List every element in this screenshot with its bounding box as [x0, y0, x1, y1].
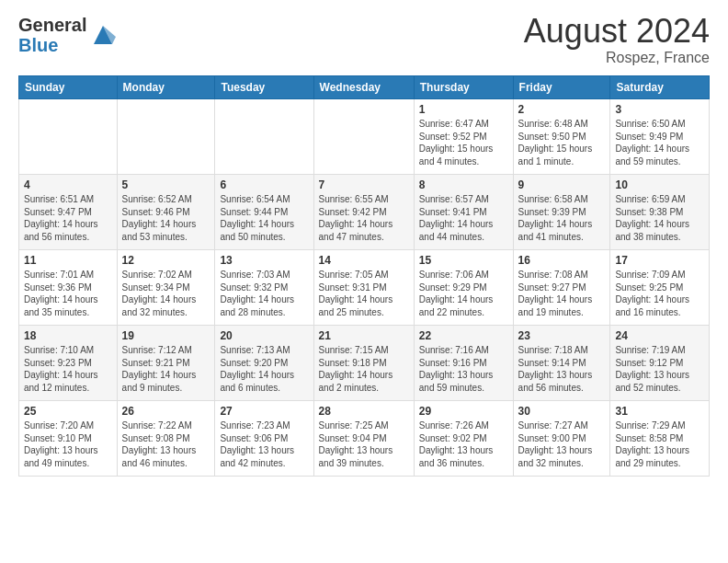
day-number: 13 — [220, 254, 308, 267]
day-number: 23 — [518, 329, 606, 342]
calendar-cell: 29Sunrise: 7:26 AM Sunset: 9:02 PM Dayli… — [414, 401, 513, 477]
day-info: Sunrise: 7:23 AM Sunset: 9:06 PM Dayligh… — [220, 419, 308, 469]
calendar-day-header: Monday — [117, 76, 215, 99]
day-info: Sunrise: 6:58 AM Sunset: 9:39 PM Dayligh… — [518, 193, 606, 243]
calendar-week-row: 11Sunrise: 7:01 AM Sunset: 9:36 PM Dayli… — [19, 250, 710, 326]
calendar-cell: 9Sunrise: 6:58 AM Sunset: 9:39 PM Daylig… — [513, 175, 610, 250]
day-number: 29 — [419, 405, 508, 418]
calendar-cell: 24Sunrise: 7:19 AM Sunset: 9:12 PM Dayli… — [610, 326, 710, 401]
calendar-cell: 30Sunrise: 7:27 AM Sunset: 9:00 PM Dayli… — [513, 401, 610, 477]
day-info: Sunrise: 7:29 AM Sunset: 8:58 PM Dayligh… — [615, 419, 704, 469]
day-info: Sunrise: 7:02 AM Sunset: 9:34 PM Dayligh… — [122, 269, 210, 318]
calendar-cell — [19, 99, 118, 175]
day-number: 2 — [518, 103, 606, 116]
calendar-cell: 4Sunrise: 6:51 AM Sunset: 9:47 PM Daylig… — [19, 175, 118, 250]
day-number: 6 — [220, 178, 308, 191]
day-number: 20 — [220, 329, 308, 342]
day-number: 12 — [122, 254, 210, 267]
day-number: 25 — [24, 405, 112, 418]
day-number: 10 — [615, 178, 704, 191]
day-info: Sunrise: 6:52 AM Sunset: 9:46 PM Dayligh… — [122, 193, 210, 243]
calendar-week-row: 4Sunrise: 6:51 AM Sunset: 9:47 PM Daylig… — [19, 175, 710, 250]
calendar-cell: 16Sunrise: 7:08 AM Sunset: 9:27 PM Dayli… — [513, 250, 610, 326]
day-info: Sunrise: 7:18 AM Sunset: 9:14 PM Dayligh… — [518, 344, 606, 394]
day-number: 1 — [419, 103, 508, 116]
calendar-cell — [313, 99, 414, 175]
calendar-day-header: Sunday — [19, 76, 118, 99]
calendar-table: SundayMondayTuesdayWednesdayThursdayFrid… — [18, 75, 710, 477]
calendar-cell: 28Sunrise: 7:25 AM Sunset: 9:04 PM Dayli… — [313, 401, 414, 477]
day-info: Sunrise: 7:10 AM Sunset: 9:23 PM Dayligh… — [24, 344, 112, 394]
day-number: 28 — [319, 405, 409, 418]
calendar-cell: 7Sunrise: 6:55 AM Sunset: 9:42 PM Daylig… — [313, 175, 414, 250]
day-info: Sunrise: 7:06 AM Sunset: 9:29 PM Dayligh… — [419, 269, 508, 318]
calendar-cell: 6Sunrise: 6:54 AM Sunset: 9:44 PM Daylig… — [215, 175, 313, 250]
day-number: 17 — [615, 254, 704, 267]
day-number: 31 — [615, 405, 704, 418]
day-number: 14 — [319, 254, 409, 267]
calendar-cell: 22Sunrise: 7:16 AM Sunset: 9:16 PM Dayli… — [414, 326, 513, 401]
day-number: 26 — [122, 405, 210, 418]
day-info: Sunrise: 7:26 AM Sunset: 9:02 PM Dayligh… — [419, 419, 508, 469]
calendar-cell: 23Sunrise: 7:18 AM Sunset: 9:14 PM Dayli… — [513, 326, 610, 401]
day-info: Sunrise: 7:12 AM Sunset: 9:21 PM Dayligh… — [122, 344, 210, 394]
day-info: Sunrise: 6:51 AM Sunset: 9:47 PM Dayligh… — [24, 193, 112, 243]
header: General Blue August 2024 Rospez, France — [18, 15, 710, 66]
calendar-cell: 19Sunrise: 7:12 AM Sunset: 9:21 PM Dayli… — [117, 326, 215, 401]
day-info: Sunrise: 6:59 AM Sunset: 9:38 PM Dayligh… — [615, 193, 704, 243]
calendar-cell: 18Sunrise: 7:10 AM Sunset: 9:23 PM Dayli… — [19, 326, 118, 401]
day-info: Sunrise: 6:47 AM Sunset: 9:52 PM Dayligh… — [419, 118, 508, 167]
calendar-cell: 26Sunrise: 7:22 AM Sunset: 9:08 PM Dayli… — [117, 401, 215, 477]
day-info: Sunrise: 7:25 AM Sunset: 9:04 PM Dayligh… — [319, 419, 409, 469]
day-number: 18 — [24, 329, 112, 342]
day-info: Sunrise: 7:22 AM Sunset: 9:08 PM Dayligh… — [122, 419, 210, 469]
day-info: Sunrise: 7:08 AM Sunset: 9:27 PM Dayligh… — [518, 269, 606, 318]
calendar-cell: 12Sunrise: 7:02 AM Sunset: 9:34 PM Dayli… — [117, 250, 215, 326]
day-info: Sunrise: 7:13 AM Sunset: 9:20 PM Dayligh… — [220, 344, 308, 394]
day-info: Sunrise: 7:09 AM Sunset: 9:25 PM Dayligh… — [615, 269, 704, 318]
day-number: 22 — [419, 329, 508, 342]
day-info: Sunrise: 7:19 AM Sunset: 9:12 PM Dayligh… — [615, 344, 704, 394]
day-info: Sunrise: 7:16 AM Sunset: 9:16 PM Dayligh… — [419, 344, 508, 394]
calendar-cell: 15Sunrise: 7:06 AM Sunset: 9:29 PM Dayli… — [414, 250, 513, 326]
calendar-header-row: SundayMondayTuesdayWednesdayThursdayFrid… — [19, 76, 710, 99]
calendar-day-header: Tuesday — [215, 76, 313, 99]
day-number: 30 — [518, 405, 606, 418]
calendar-cell: 21Sunrise: 7:15 AM Sunset: 9:18 PM Dayli… — [313, 326, 414, 401]
day-info: Sunrise: 7:15 AM Sunset: 9:18 PM Dayligh… — [319, 344, 409, 394]
logo-general: General — [18, 15, 86, 35]
calendar-cell: 1Sunrise: 6:47 AM Sunset: 9:52 PM Daylig… — [414, 99, 513, 175]
day-info: Sunrise: 7:03 AM Sunset: 9:32 PM Dayligh… — [220, 269, 308, 318]
logo-blue: Blue — [18, 35, 86, 55]
day-number: 11 — [24, 254, 112, 267]
calendar-cell: 14Sunrise: 7:05 AM Sunset: 9:31 PM Dayli… — [313, 250, 414, 326]
calendar-cell: 31Sunrise: 7:29 AM Sunset: 8:58 PM Dayli… — [610, 401, 710, 477]
calendar-day-header: Wednesday — [313, 76, 414, 99]
calendar-day-header: Thursday — [414, 76, 513, 99]
day-info: Sunrise: 6:54 AM Sunset: 9:44 PM Dayligh… — [220, 193, 308, 243]
day-number: 21 — [319, 329, 409, 342]
day-number: 24 — [615, 329, 704, 342]
day-info: Sunrise: 6:48 AM Sunset: 9:50 PM Dayligh… — [518, 118, 606, 167]
day-number: 7 — [319, 178, 409, 191]
day-number: 15 — [419, 254, 508, 267]
day-number: 9 — [518, 178, 606, 191]
day-number: 27 — [220, 405, 308, 418]
calendar-cell — [215, 99, 313, 175]
logo-text: General Blue — [18, 15, 86, 55]
calendar-day-header: Friday — [513, 76, 610, 99]
day-number: 4 — [24, 178, 112, 191]
month-title: August 2024 — [524, 15, 710, 48]
page: General Blue August 2024 Rospez, France … — [0, 0, 728, 563]
title-block: August 2024 Rospez, France — [524, 15, 710, 66]
calendar-cell: 8Sunrise: 6:57 AM Sunset: 9:41 PM Daylig… — [414, 175, 513, 250]
calendar-cell: 27Sunrise: 7:23 AM Sunset: 9:06 PM Dayli… — [215, 401, 313, 477]
calendar-cell: 5Sunrise: 6:52 AM Sunset: 9:46 PM Daylig… — [117, 175, 215, 250]
calendar-cell: 10Sunrise: 6:59 AM Sunset: 9:38 PM Dayli… — [610, 175, 710, 250]
calendar-cell: 3Sunrise: 6:50 AM Sunset: 9:49 PM Daylig… — [610, 99, 710, 175]
day-info: Sunrise: 7:27 AM Sunset: 9:00 PM Dayligh… — [518, 419, 606, 469]
calendar-cell: 20Sunrise: 7:13 AM Sunset: 9:20 PM Dayli… — [215, 326, 313, 401]
day-info: Sunrise: 6:55 AM Sunset: 9:42 PM Dayligh… — [319, 193, 409, 243]
calendar-day-header: Saturday — [610, 76, 710, 99]
calendar-cell — [117, 99, 215, 175]
